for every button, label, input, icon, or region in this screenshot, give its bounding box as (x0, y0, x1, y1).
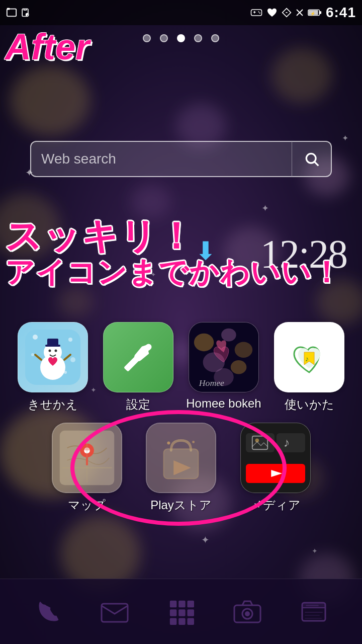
svg-rect-103 (305, 618, 322, 619)
clipboard-icon: ✓ (20, 7, 30, 18)
search-button[interactable] (292, 141, 332, 177)
svg-rect-92 (178, 618, 185, 624)
app-tsukakata[interactable]: ♪ 使いかた (272, 322, 347, 413)
app-row-1: きせかえ 設定 (0, 322, 362, 413)
svg-text:♪: ♪ (305, 355, 309, 363)
status-bar: ✓ ⚡ 6:41 (0, 0, 362, 25)
svg-rect-90 (188, 609, 194, 616)
svg-rect-93 (188, 618, 194, 624)
dock-mail[interactable] (95, 592, 135, 632)
svg-text:✦: ✦ (261, 203, 269, 213)
app-label-settings: 設定 (126, 396, 150, 413)
jp-line2: アイコンまでかわいい！ (5, 256, 342, 288)
camera-icon (233, 599, 261, 624)
media-youtube-cell (246, 464, 305, 483)
svg-rect-86 (178, 600, 185, 607)
jp-line1: スッキリ！ (5, 216, 342, 256)
app-label-maps: マップ (68, 497, 106, 513)
settings-svg (118, 337, 158, 377)
svg-rect-88 (170, 609, 176, 616)
svg-point-32 (259, 13, 260, 14)
svg-point-7 (58, 287, 93, 317)
svg-point-63 (235, 342, 252, 358)
phone-icon (35, 599, 61, 625)
dock-apps[interactable] (161, 592, 201, 632)
svg-rect-58 (124, 355, 140, 372)
app-playstore[interactable]: Playストア (143, 423, 219, 513)
search-input[interactable] (30, 141, 292, 177)
svg-rect-38 (319, 11, 321, 14)
svg-line-42 (314, 162, 318, 166)
svg-rect-54 (45, 345, 60, 347)
music-icon: ♪ (281, 433, 300, 452)
app-row-2: マップ Playストア (0, 423, 362, 513)
app-settings[interactable]: 設定 (101, 322, 176, 413)
page-dot-3[interactable] (177, 34, 185, 42)
page-dot-2[interactable] (160, 34, 168, 42)
svg-point-96 (245, 611, 250, 616)
svg-rect-91 (170, 618, 176, 624)
svg-point-51 (49, 350, 51, 352)
dock (0, 579, 362, 644)
svg-text:✦: ✦ (342, 134, 348, 142)
svg-point-41 (306, 153, 316, 163)
app-label-playstore: Playストア (150, 497, 212, 513)
search-bar[interactable] (30, 141, 332, 177)
svg-point-45 (68, 338, 72, 342)
dock-browser[interactable] (294, 592, 334, 632)
page-dot-1[interactable] (143, 34, 151, 42)
svg-text:Homee: Homee (199, 378, 224, 388)
status-right-icons: ⚡ 6:41 (250, 5, 356, 21)
app-label-homee: Homee bokeh (186, 396, 261, 411)
svg-point-46 (31, 353, 34, 356)
svg-point-62 (221, 329, 236, 342)
svg-point-1 (272, 48, 332, 103)
svg-rect-101 (305, 612, 323, 613)
app-icon-playstore[interactable] (146, 423, 216, 493)
media-music-cell: ♪ (277, 433, 305, 452)
svg-text:✦: ✦ (201, 534, 210, 545)
signal-icon (282, 8, 292, 18)
japanese-text-block: スッキリ！ アイコンまでかわいい！ (5, 216, 342, 288)
app-maps[interactable]: マップ (49, 423, 125, 513)
app-icon-maps[interactable] (52, 423, 122, 493)
app-icon-media[interactable]: ♪ (240, 423, 311, 493)
svg-point-31 (258, 11, 259, 12)
svg-text:✓: ✓ (27, 14, 29, 17)
mail-icon (100, 599, 130, 625)
clock-time: 6:41 (326, 5, 356, 21)
app-label-kisekae: きせかえ (28, 396, 78, 413)
svg-point-65 (231, 360, 247, 374)
tsukakata-svg: ♪ (284, 332, 334, 382)
app-icon-tsukakata[interactable]: ♪ (274, 322, 344, 392)
heart-status-icon (266, 8, 278, 18)
svg-text:✦: ✦ (312, 547, 318, 555)
page-dot-5[interactable] (211, 34, 219, 42)
svg-rect-102 (305, 615, 320, 616)
svg-point-52 (55, 350, 57, 352)
page-dots[interactable] (0, 34, 362, 42)
dock-phone[interactable] (28, 592, 68, 632)
svg-point-61 (194, 334, 214, 351)
svg-point-77 (167, 441, 170, 444)
svg-rect-79 (252, 436, 267, 449)
youtube-icon (258, 464, 293, 483)
game-icon (250, 8, 262, 18)
svg-rect-85 (170, 600, 176, 607)
app-icon-kisekae[interactable] (18, 322, 88, 392)
kisekae-svg (25, 330, 80, 385)
app-label-media: メディア (250, 497, 301, 513)
app-icon-homee[interactable]: Homee (189, 322, 259, 392)
svg-rect-23 (7, 9, 16, 17)
status-left-icons: ✓ (6, 7, 30, 18)
dock-camera[interactable] (227, 592, 267, 632)
app-media[interactable]: ♪ メディア (238, 423, 313, 513)
app-icon-settings[interactable] (103, 322, 173, 392)
page-dot-4[interactable] (194, 34, 202, 42)
app-kisekae[interactable]: きせかえ (15, 322, 90, 413)
x-icon (296, 9, 304, 17)
svg-point-0 (10, 65, 90, 136)
svg-rect-100 (306, 605, 319, 606)
app-homee[interactable]: Homee Homee bokeh (186, 322, 261, 413)
after-label: After (5, 26, 89, 67)
